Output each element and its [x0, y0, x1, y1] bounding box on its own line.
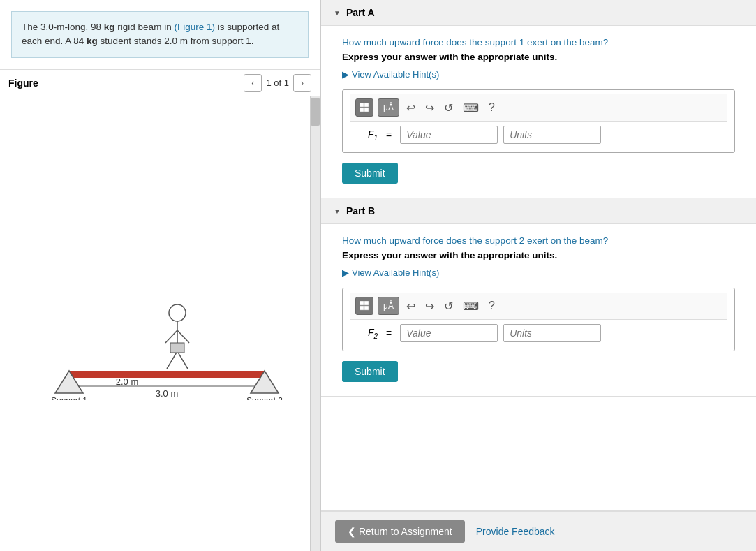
- part-a-input-box: μÅ ↩ ↪ ↺ ⌨ ? F1 =: [342, 89, 735, 153]
- svg-text:Support 1: Support 1: [51, 396, 87, 400]
- part-b-help-button[interactable]: ?: [486, 298, 498, 314]
- part-a-toolbar: μÅ ↩ ↪ ↺ ⌨ ?: [350, 94, 727, 122]
- part-b-formula-row: F2 =: [350, 320, 727, 346]
- figure-page-count: 1 of 1: [266, 78, 289, 88]
- bottom-bar: ❮ Return to Assignment Provide Feedback: [321, 510, 756, 551]
- part-a-hint-arrow: ▶: [342, 69, 349, 80]
- part-b-formula-label: F2: [357, 327, 378, 340]
- svg-rect-19: [364, 108, 369, 112]
- part-b-toolbar: μÅ ↩ ↪ ↺ ⌨ ?: [350, 293, 727, 320]
- part-a-value-input[interactable]: [400, 126, 498, 144]
- part-a-submit-button[interactable]: Submit: [342, 163, 398, 184]
- part-a-undo-button[interactable]: ↩: [403, 100, 418, 116]
- part-b-input-box: μÅ ↩ ↪ ↺ ⌨ ? F2 =: [342, 288, 735, 351]
- part-a-question: How much upward force does the support 1…: [342, 37, 735, 47]
- part-b-mu-button[interactable]: μÅ: [378, 297, 399, 315]
- figure-nav: ‹ 1 of 1 ›: [244, 74, 311, 92]
- svg-line-2: [165, 330, 177, 343]
- part-a-hint-link[interactable]: ▶ View Available Hint(s): [342, 69, 735, 80]
- beam-diagram: 2.0 m 3.0 m Support 1 Support 2: [27, 247, 292, 400]
- part-b-grid-button[interactable]: [355, 297, 373, 315]
- part-a-grid-button[interactable]: [355, 98, 373, 117]
- svg-rect-23: [364, 306, 369, 310]
- svg-line-5: [177, 351, 188, 369]
- part-a-keyboard-button[interactable]: ⌨: [460, 100, 482, 116]
- figure-header: Figure ‹ 1 of 1 ›: [0, 70, 320, 96]
- part-a-body: How much upward force does the support 1…: [321, 26, 756, 198]
- part-b-redo-button[interactable]: ↪: [422, 298, 437, 314]
- figure-content: 2.0 m 3.0 m Support 1 Support 2: [0, 96, 320, 552]
- part-a-help-button[interactable]: ?: [486, 100, 498, 115]
- svg-rect-22: [360, 306, 364, 310]
- part-b-header: ▼ Part B: [321, 198, 756, 224]
- part-b-equals: =: [386, 328, 392, 339]
- figure-scrollbar[interactable]: [310, 96, 320, 552]
- provide-feedback-link[interactable]: Provide Feedback: [476, 526, 555, 537]
- grid-icon-b: [360, 301, 369, 311]
- part-b-body: How much upward force does the support 2…: [321, 224, 756, 396]
- part-a-title: Part A: [346, 7, 375, 18]
- part-b-hint-arrow: ▶: [342, 267, 349, 278]
- grid-icon: [360, 103, 369, 112]
- svg-text:2.0 m: 2.0 m: [116, 376, 139, 387]
- part-a-section: ▼ Part A How much upward force does the …: [321, 0, 756, 198]
- part-b-section: ▼ Part B How much upward force does the …: [321, 198, 756, 397]
- part-b-hint-text: View Available Hint(s): [352, 267, 439, 278]
- svg-line-3: [177, 330, 189, 343]
- part-a-formula-label: F1: [357, 128, 378, 142]
- svg-rect-17: [364, 103, 369, 107]
- scroll-thumb: [311, 98, 320, 126]
- part-b-undo-button[interactable]: ↩: [403, 298, 418, 314]
- problem-statement: The 3.0-m-long, 98 kg rigid beam in (Fig…: [11, 11, 309, 58]
- svg-point-0: [169, 304, 186, 321]
- figure-section: Figure ‹ 1 of 1 ›: [0, 69, 320, 552]
- right-content: ▼ Part A How much upward force does the …: [321, 0, 756, 510]
- unit-m1: m: [57, 22, 64, 32]
- mass-kg1: kg: [104, 22, 115, 32]
- part-b-arrow-icon: ▼: [334, 207, 341, 215]
- unit-m2: m: [180, 36, 188, 46]
- svg-text:Support 2: Support 2: [246, 396, 283, 400]
- figure-next-button[interactable]: ›: [293, 74, 311, 92]
- problem-text-content: The 3.0-m-long, 98 kg rigid beam in (Fig…: [22, 22, 279, 46]
- svg-rect-16: [360, 103, 364, 107]
- svg-rect-18: [360, 108, 364, 112]
- part-a-hint-text: View Available Hint(s): [352, 69, 439, 80]
- part-b-keyboard-button[interactable]: ⌨: [460, 298, 482, 314]
- svg-line-4: [167, 351, 177, 369]
- part-a-refresh-button[interactable]: ↺: [441, 100, 456, 116]
- figure-link[interactable]: (Figure 1): [174, 22, 215, 32]
- right-panel: ▼ Part A How much upward force does the …: [321, 0, 756, 551]
- mass-kg2: kg: [87, 36, 98, 46]
- svg-rect-21: [364, 301, 369, 305]
- part-b-value-input[interactable]: [400, 324, 498, 342]
- return-to-assignment-button[interactable]: ❮ Return to Assignment: [335, 520, 465, 543]
- part-b-refresh-button[interactable]: ↺: [441, 298, 456, 314]
- svg-rect-6: [170, 343, 184, 353]
- figure-title: Figure: [8, 78, 244, 89]
- part-b-units-input[interactable]: [503, 324, 601, 342]
- part-a-express: Express your answer with the appropriate…: [342, 52, 735, 62]
- part-a-header: ▼ Part A: [321, 0, 756, 26]
- part-a-units-input[interactable]: [503, 126, 601, 144]
- svg-text:3.0 m: 3.0 m: [156, 388, 179, 399]
- part-b-express: Express your answer with the appropriate…: [342, 250, 735, 260]
- left-panel: The 3.0-m-long, 98 kg rigid beam in (Fig…: [0, 0, 321, 551]
- part-b-submit-button[interactable]: Submit: [342, 361, 398, 382]
- part-a-mu-button[interactable]: μÅ: [378, 98, 399, 117]
- part-a-arrow-icon: ▼: [334, 9, 341, 17]
- part-b-hint-link[interactable]: ▶ View Available Hint(s): [342, 267, 735, 278]
- svg-rect-9: [69, 371, 265, 378]
- part-b-question: How much upward force does the support 2…: [342, 235, 735, 246]
- part-a-equals: =: [386, 129, 392, 140]
- part-a-formula-row: F1 =: [350, 122, 727, 148]
- part-a-redo-button[interactable]: ↪: [422, 100, 437, 116]
- part-b-title: Part B: [346, 205, 375, 216]
- figure-prev-button[interactable]: ‹: [244, 74, 262, 92]
- svg-rect-20: [360, 301, 364, 305]
